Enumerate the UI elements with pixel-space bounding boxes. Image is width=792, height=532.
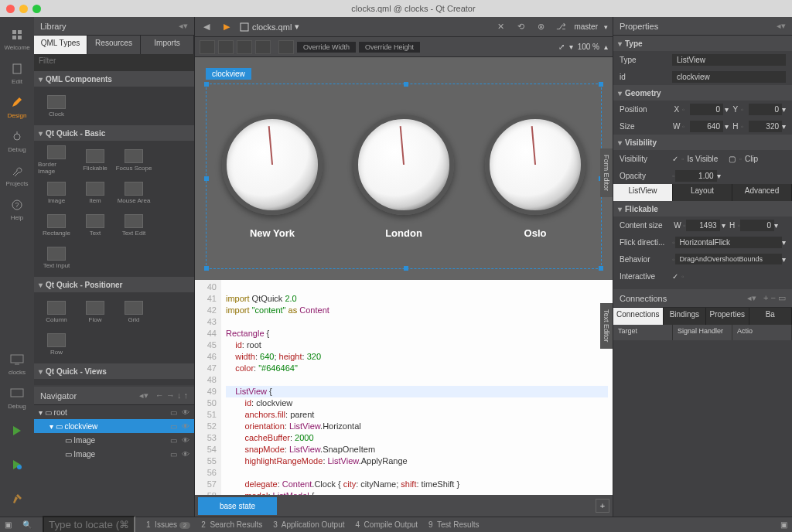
component-item[interactable]: Image — [38, 178, 75, 207]
panel-collapse-icon[interactable]: ◂▾ — [179, 21, 188, 31]
zoom-in-icon[interactable]: ▴ — [604, 43, 608, 51]
resize-handle[interactable] — [599, 266, 603, 271]
export-icon[interactable]: ▭ — [170, 422, 177, 431]
lock-icon[interactable]: ✕ — [493, 20, 507, 34]
library-section-header[interactable]: Qt Quick - Positioner — [34, 277, 194, 292]
component-item[interactable]: Flickable — [77, 145, 114, 175]
component-item[interactable]: Border Image — [38, 145, 75, 175]
mode-welcome[interactable]: Welcome — [0, 22, 34, 56]
locator-input[interactable] — [43, 516, 135, 532]
export-icon[interactable]: ▭ — [170, 408, 177, 417]
mode-design[interactable]: Design — [0, 90, 34, 124]
mode-edit[interactable]: Edit — [0, 56, 34, 90]
close-window-button[interactable] — [6, 5, 15, 13]
tab-advanced[interactable]: Advanced — [732, 184, 792, 201]
component-item[interactable]: Flow — [77, 297, 114, 326]
run-debug-button[interactable] — [0, 448, 34, 483]
output-pane-compile-output[interactable]: 4 Compile Output — [356, 520, 418, 529]
component-item[interactable]: Row — [38, 329, 75, 359]
resize-handle[interactable] — [204, 82, 209, 87]
clockview-item[interactable]: New YorkLondonOslo — [206, 84, 602, 269]
close-tab-button[interactable]: ⊗ — [534, 20, 548, 34]
file-crumb[interactable]: clocks.qml ▾ — [240, 22, 299, 32]
component-item[interactable]: Clock — [38, 91, 75, 121]
back-button[interactable]: ◀ — [200, 20, 213, 34]
component-item[interactable]: Grid — [115, 297, 152, 326]
filter-input[interactable] — [39, 56, 189, 65]
component-item[interactable]: Text Edit — [115, 210, 152, 240]
section-flickable[interactable]: Flickable — [613, 201, 792, 217]
export-icon[interactable]: ▭ — [170, 436, 177, 445]
navigator-arrows[interactable]: ◂▾ ← → ↓ ↑ — [139, 390, 188, 401]
output-pane-application-output[interactable]: 3 Application Output — [273, 520, 344, 529]
build-config[interactable]: Debug — [0, 380, 34, 414]
toggle-left-sidebar-icon[interactable]: ▣ — [5, 520, 12, 529]
branch-name[interactable]: master — [574, 22, 598, 31]
component-item[interactable]: Column — [38, 297, 75, 326]
zoom-value[interactable]: 100 % — [578, 43, 599, 51]
tab-bindings[interactable]: Bindings — [664, 308, 706, 325]
connections-tools[interactable]: ◂▾ + − ▭ — [747, 293, 786, 303]
tab-resources[interactable]: Resources — [87, 36, 141, 54]
tool-btn-1[interactable] — [200, 40, 215, 54]
tool-btn-5[interactable] — [278, 40, 294, 54]
resize-handle[interactable] — [599, 82, 603, 87]
tab-connections[interactable]: Connections — [613, 308, 664, 325]
visibility-icon[interactable]: 👁 — [182, 408, 189, 417]
nav-row-root[interactable]: ▾ ▭ root▭👁 — [34, 405, 194, 419]
mode-projects[interactable]: Projects — [0, 158, 34, 192]
size-h[interactable]: 320 — [749, 121, 782, 132]
opacity-value[interactable]: 1.00 — [675, 170, 717, 182]
section-geometry[interactable]: Geometry — [613, 85, 792, 101]
code-text[interactable]: import QtQuick 2.0import "content" as Co… — [221, 280, 613, 495]
library-section-header[interactable]: Qt Quick - Views — [34, 363, 194, 379]
section-type[interactable]: Type — [613, 36, 792, 51]
clock-item[interactable]: New York — [222, 114, 323, 239]
mode-debug[interactable]: Debug — [0, 124, 34, 158]
export-icon[interactable]: ▭ — [170, 450, 177, 459]
tab-backends[interactable]: Ba — [749, 308, 792, 325]
toggle-right-sidebar-icon[interactable]: ▣ — [780, 520, 787, 529]
refresh-icon[interactable]: ⟲ — [514, 20, 527, 34]
visibility-icon[interactable]: 👁 — [182, 436, 189, 445]
tab-imports[interactable]: Imports — [141, 36, 194, 54]
zoom-window-button[interactable] — [32, 5, 41, 13]
clock-item[interactable]: London — [353, 114, 454, 239]
interactive-checkbox[interactable]: ✓ — [672, 272, 678, 281]
code-editor[interactable]: 4041424344454647484950515253545556575859… — [195, 280, 613, 495]
clock-item[interactable]: Oslo — [485, 114, 585, 239]
tab-qml-types[interactable]: QML Types — [34, 36, 87, 54]
text-editor-tab[interactable]: Text Editor — [600, 303, 613, 349]
pos-x[interactable]: 0 — [690, 104, 723, 115]
base-state-button[interactable]: base state — [198, 497, 277, 515]
output-pane-test-results[interactable]: 9 Test Results — [428, 520, 479, 529]
resize-handle[interactable] — [204, 176, 209, 181]
forward-button[interactable]: ▶ — [220, 20, 234, 34]
component-item[interactable]: Mouse Area — [115, 178, 152, 207]
tab-layout[interactable]: Layout — [673, 184, 732, 201]
resize-handle[interactable] — [404, 82, 408, 87]
library-section-header[interactable]: Qt Quick - Basic — [34, 125, 194, 141]
clip-checkbox[interactable]: ▢ — [729, 155, 736, 163]
component-item[interactable]: Rectangle — [38, 210, 75, 240]
nav-row-clockview[interactable]: ▾ ▭ clockview▭👁 — [34, 419, 194, 433]
tab-properties[interactable]: Properties — [706, 308, 749, 325]
form-editor-tab[interactable]: Form Editor — [600, 148, 613, 197]
content-w[interactable]: 1493 — [686, 220, 720, 231]
override-height[interactable]: Override Height — [359, 42, 420, 53]
tool-btn-4[interactable] — [255, 40, 271, 54]
build-button[interactable] — [0, 483, 34, 517]
tool-btn-3[interactable] — [237, 40, 252, 54]
tool-btn-2[interactable] — [218, 40, 234, 54]
output-pane-issues[interactable]: 1 Issues 2 — [146, 520, 190, 529]
nav-row-Image[interactable]: ▭ Image▭👁 — [34, 447, 194, 461]
zoom-out-icon[interactable]: ▾ — [569, 43, 573, 51]
output-pane-search-results[interactable]: 2 Search Results — [201, 520, 262, 529]
chevron-down-icon[interactable]: ▾ — [604, 23, 608, 31]
add-state-button[interactable]: + — [596, 499, 609, 513]
nav-row-Image[interactable]: ▭ Image▭👁 — [34, 433, 194, 447]
tab-listview[interactable]: ListView — [613, 184, 673, 201]
isvisible-checkbox[interactable]: ✓ — [672, 155, 678, 163]
flick-dir-value[interactable]: HorizontalFlick — [675, 237, 782, 248]
content-h[interactable]: 0 — [740, 220, 774, 231]
